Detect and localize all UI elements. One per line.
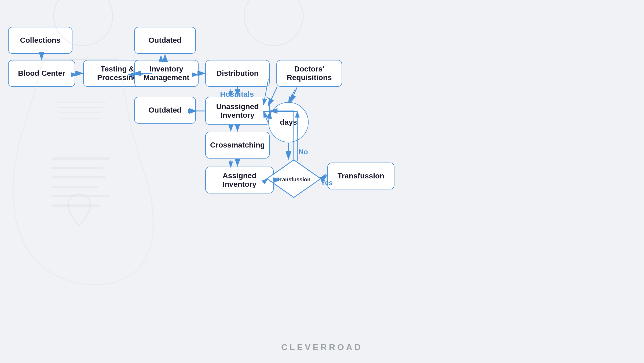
distribution-node: Distribution xyxy=(205,60,270,87)
inventory-management-node: Inventory Management xyxy=(134,60,199,87)
brand-label: CLEVERROAD xyxy=(281,342,363,352)
outdated-mid-node: Outdated xyxy=(134,97,196,124)
doctors-requisitions-node: Doctors' Requisitions xyxy=(276,60,342,87)
crossmatching-node: Crossmatching xyxy=(205,132,270,159)
collections-node: Collections xyxy=(8,27,72,54)
days-circle: days xyxy=(268,102,309,142)
blood-center-node: Blood Center xyxy=(8,60,75,87)
svg-text:Transfussion: Transfussion xyxy=(277,177,310,182)
transfusion-rect-node: Transfussion xyxy=(327,163,394,189)
outdated-top-node: Outdated xyxy=(134,27,196,54)
unassigned-inventory-node: Unassigned Inventory xyxy=(205,97,270,125)
no-label: No xyxy=(299,148,308,156)
transfusion-diamond-node: Transfussion xyxy=(266,159,322,199)
yes-label: Yes xyxy=(321,179,333,187)
assigned-inventory-node: Assigned Inventory xyxy=(205,167,274,193)
